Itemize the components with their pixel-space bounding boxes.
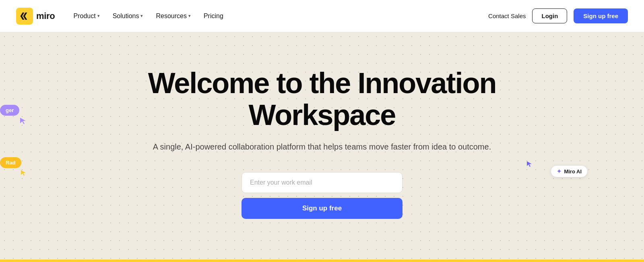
nav-item-solutions[interactable]: Solutions ▾: [107, 9, 149, 23]
miro-ai-icon: ✦: [557, 168, 561, 175]
navbar: miro Product ▾ Solutions ▾ Resources ▾ P…: [0, 0, 644, 32]
miro-ai-label: Miro AI: [564, 168, 582, 175]
nav-item-resources[interactable]: Resources ▾: [150, 9, 196, 23]
logo-icon: [16, 8, 33, 25]
svg-marker-1: [21, 170, 26, 176]
cursor-arrow-ger: [19, 117, 27, 127]
hero-subtitle: A single, AI-powered collaboration platf…: [141, 141, 503, 153]
floating-badge-rad: Rad: [0, 157, 21, 168]
logo-text: miro: [36, 11, 55, 21]
hero-content: Welcome to the Innovation Workspace A si…: [141, 67, 503, 219]
nav-links: Product ▾ Solutions ▾ Resources ▾ Pricin…: [68, 9, 229, 23]
nav-solutions-label: Solutions: [113, 12, 139, 20]
email-input[interactable]: [242, 172, 402, 193]
nav-pricing-label: Pricing: [204, 12, 223, 20]
hero-title: Welcome to the Innovation Workspace: [141, 67, 503, 131]
nav-item-pricing[interactable]: Pricing: [198, 9, 229, 23]
chevron-down-icon: ▾: [97, 13, 100, 19]
badge-ger-label: ger: [6, 107, 14, 113]
bottom-bar: [0, 260, 644, 262]
nav-product-label: Product: [73, 12, 95, 20]
cursor-arrow-miro: [526, 160, 533, 169]
floating-badge-ger: ger: [0, 105, 19, 116]
svg-marker-0: [20, 118, 26, 124]
badge-rad-label: Rad: [6, 160, 16, 166]
navbar-left: miro Product ▾ Solutions ▾ Resources ▾ P…: [16, 8, 229, 25]
signup-hero-button[interactable]: Sign up free: [242, 198, 402, 219]
signup-nav-button[interactable]: Sign up free: [574, 8, 628, 23]
contact-sales-link[interactable]: Contact Sales: [488, 12, 526, 19]
hero-section: ger Rad ✦ Miro AI Welcome to the Innovat…: [0, 32, 644, 262]
floating-badge-miro-ai: ✦ Miro AI: [551, 165, 588, 177]
nav-item-product[interactable]: Product ▾: [68, 9, 105, 23]
login-button[interactable]: Login: [532, 8, 567, 23]
chevron-down-icon: ▾: [140, 13, 143, 19]
svg-marker-2: [527, 161, 532, 167]
nav-resources-label: Resources: [156, 12, 186, 20]
chevron-down-icon: ▾: [188, 13, 191, 19]
email-form: Sign up free: [242, 172, 402, 219]
navbar-right: Contact Sales Login Sign up free: [488, 8, 628, 23]
logo[interactable]: miro: [16, 8, 55, 25]
cursor-arrow-rad: [20, 169, 27, 178]
